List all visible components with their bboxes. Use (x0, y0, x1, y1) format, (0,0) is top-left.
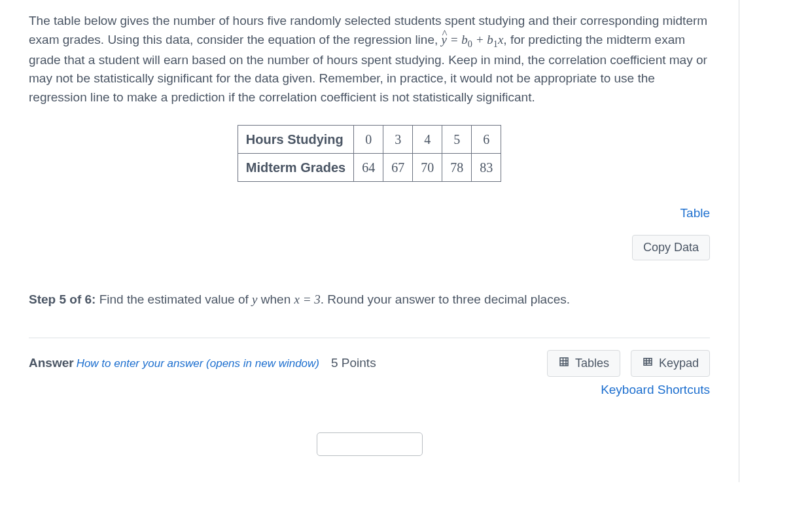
row-label-grades: Midterm Grades (238, 154, 353, 182)
cell: 67 (383, 154, 413, 182)
answer-hint-link[interactable]: How to enter your answer (opens in new w… (77, 355, 319, 372)
answer-label: Answer (29, 354, 74, 373)
cell: 78 (442, 154, 472, 182)
tables-button[interactable]: Tables (547, 350, 620, 377)
answer-left: Answer How to enter your answer (opens i… (29, 354, 376, 373)
answer-right: Tables Keypad (547, 350, 710, 377)
row-label-hours: Hours Studying (238, 126, 353, 154)
answer-header: Answer How to enter your answer (opens i… (29, 350, 710, 377)
grid-icon (558, 356, 570, 371)
step-instruction: Step 5 of 6: Find the estimated value of… (29, 290, 710, 309)
keypad-button-label: Keypad (659, 357, 699, 370)
keypad-icon (642, 356, 654, 371)
equation-rhs: = b0 + b1x (447, 33, 503, 46)
cell: 70 (413, 154, 442, 182)
step-text-c: . Round your answer to three decimal pla… (321, 292, 570, 306)
x-var: x (294, 292, 300, 306)
table-row: Midterm Grades 64 67 70 78 83 (238, 154, 501, 182)
answer-input-wrap (29, 432, 710, 456)
cell: 83 (472, 154, 501, 182)
keypad-button[interactable]: Keypad (631, 350, 710, 377)
right-actions: Table Copy Data (29, 204, 710, 260)
tables-button-label: Tables (575, 357, 609, 370)
question-panel: The table below gives the number of hour… (0, 0, 739, 482)
data-table: Hours Studying 0 3 4 5 6 Midterm Grades … (238, 125, 501, 182)
cell: 6 (472, 126, 501, 154)
answer-input[interactable] (317, 432, 423, 456)
cell: 0 (354, 126, 383, 154)
x-value: = 3 (300, 292, 321, 306)
step-label: Step 5 of 6: (29, 292, 96, 306)
divider (29, 338, 710, 338)
y-var: y (252, 292, 257, 306)
table-row: Hours Studying 0 3 4 5 6 (238, 126, 501, 154)
cell: 3 (383, 126, 413, 154)
keyboard-shortcuts-link[interactable]: Keyboard Shortcuts (29, 381, 710, 400)
step-text-b: when (258, 292, 294, 306)
cell: 4 (413, 126, 442, 154)
regression-equation: ^y = b0 + b1x (442, 33, 504, 46)
y-hat-symbol: ^y (442, 33, 447, 46)
step-text-a: Find the estimated value of (96, 292, 252, 306)
points-label: 5 Points (331, 354, 376, 373)
table-link[interactable]: Table (680, 204, 710, 223)
problem-text: The table below gives the number of hour… (29, 12, 710, 107)
cell: 5 (442, 126, 472, 154)
copy-data-button[interactable]: Copy Data (632, 235, 710, 260)
cell: 64 (354, 154, 383, 182)
